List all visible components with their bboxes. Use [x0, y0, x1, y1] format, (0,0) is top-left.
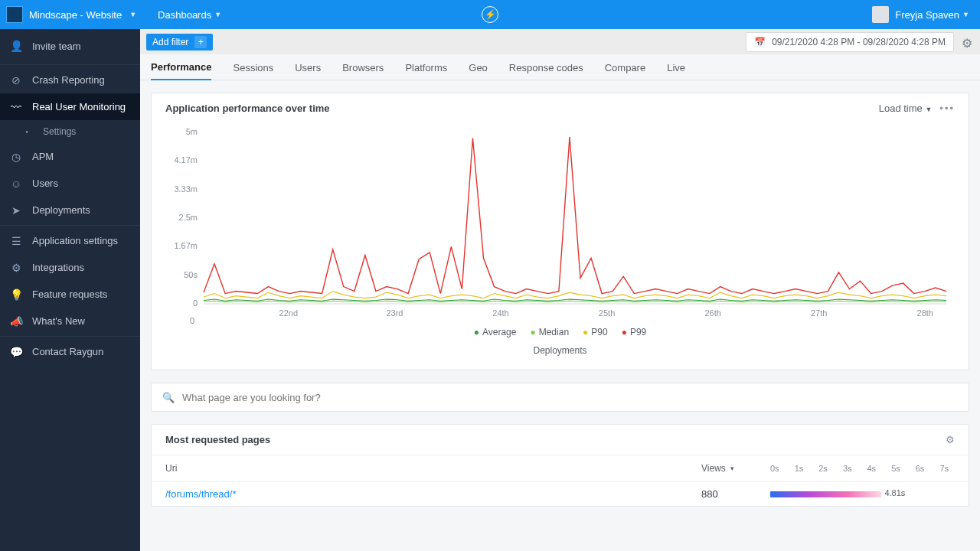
- legend-median: Median: [530, 327, 569, 337]
- page-search[interactable]: 🔍: [151, 383, 969, 412]
- megaphone-icon: 📣: [9, 315, 23, 328]
- legend-average: Average: [474, 327, 517, 337]
- tab-bar: Performance Sessions Users Browsers Plat…: [140, 54, 980, 80]
- chat-icon: 💬: [9, 345, 23, 359]
- sidebar-item-label: Integrations: [32, 262, 84, 273]
- sidebar-item-rum[interactable]: 〰Real User Monitoring: [0, 93, 140, 120]
- tab-sessions[interactable]: Sessions: [233, 62, 273, 80]
- svg-text:1.67m: 1.67m: [174, 241, 198, 250]
- svg-text:25th: 25th: [599, 308, 615, 318]
- col-views[interactable]: Views▾: [701, 463, 770, 474]
- tab-performance[interactable]: Performance: [151, 61, 211, 80]
- row-uri[interactable]: /forums/thread/*: [165, 488, 701, 500]
- sidebar-item-rum-settings[interactable]: ●Settings: [0, 120, 140, 143]
- tab-users[interactable]: Users: [295, 62, 321, 80]
- users-icon: ☺: [9, 177, 23, 191]
- pulse-icon: 〰: [9, 100, 23, 114]
- sidebar-item-deployments[interactable]: ➤Deployments: [0, 197, 140, 223]
- gauge-icon: ◷: [9, 150, 23, 164]
- svg-text:5m: 5m: [186, 127, 198, 136]
- time-scale: 0s1s2s3s4s5s6s7s: [770, 464, 955, 473]
- chart-legend: Average Median P90 P99: [165, 327, 955, 337]
- settings-gear-icon[interactable]: ⚙: [962, 36, 974, 48]
- bulb-icon: 💡: [9, 288, 23, 302]
- user-menu[interactable]: Freyja Spaven ▼: [872, 6, 980, 23]
- row-time-label: 4.81s: [884, 488, 905, 497]
- svg-text:3.33m: 3.33m: [174, 184, 198, 194]
- caret-down-icon: ▼: [959, 11, 969, 18]
- sidebar-item-label: Users: [32, 178, 58, 189]
- sidebar-item-label: Invite team: [32, 41, 81, 52]
- tab-platforms[interactable]: Platforms: [405, 62, 447, 80]
- sidebar-item-crash[interactable]: ⊘Crash Reporting: [0, 67, 140, 93]
- row-views: 880: [701, 488, 770, 500]
- deployments-label: Deployments: [165, 345, 955, 356]
- table-row[interactable]: /forums/thread/* 880 4.81s: [152, 481, 969, 506]
- col-uri[interactable]: Uri: [165, 463, 701, 474]
- tab-compare[interactable]: Compare: [605, 62, 645, 80]
- tab-live[interactable]: Live: [667, 62, 685, 80]
- svg-text:22nd: 22nd: [279, 308, 298, 318]
- sidebar-item-invite[interactable]: 👤Invite team: [0, 29, 140, 63]
- caret-down-icon: ▼: [211, 11, 221, 18]
- filter-bar: Add filter + 📅 09/21/2020 4:28 PM - 09/2…: [140, 29, 980, 54]
- sidebar-item-users[interactable]: ☺Users: [0, 170, 140, 197]
- app-selector[interactable]: Mindscape - Website: [29, 9, 126, 21]
- sidebar-item-label: Settings: [43, 126, 76, 137]
- card-menu-icon[interactable]: •••: [939, 103, 955, 114]
- sidebar-item-label: Deployments: [32, 204, 90, 216]
- sidebar-item-label: APM: [32, 151, 54, 162]
- chart-card: Application performance over time Load t…: [151, 93, 969, 370]
- date-range-picker[interactable]: 📅 09/21/2020 4:28 PM - 09/28/2020 4:28 P…: [746, 32, 954, 52]
- svg-text:28th: 28th: [917, 308, 933, 318]
- sidebar-item-contact[interactable]: 💬Contact Raygun: [0, 338, 140, 365]
- svg-text:26th: 26th: [704, 308, 720, 318]
- sidebar-item-label: Contact Raygun: [32, 346, 103, 357]
- tab-response-codes[interactable]: Response codes: [509, 62, 583, 80]
- invite-icon: 👤: [9, 39, 23, 53]
- performance-chart: 050s1.67m2.5m3.33m4.17m5m 22nd23rd24th25…: [165, 126, 951, 318]
- rocket-icon: ➤: [9, 204, 23, 217]
- pages-card-title: Most requested pages: [165, 434, 270, 445]
- bug-icon: ⊘: [9, 73, 23, 87]
- sidebar-item-label: Crash Reporting: [32, 74, 105, 86]
- table-header: Uri Views▾ 0s1s2s3s4s5s6s7s: [152, 455, 969, 481]
- top-bar: Mindscape - Website ▼ Dashboards ▼ ⚡ Fre…: [0, 0, 980, 29]
- add-filter-button[interactable]: Add filter +: [146, 34, 213, 51]
- sidebar: 👤Invite team ⊘Crash Reporting 〰Real User…: [0, 29, 140, 551]
- svg-text:50s: 50s: [184, 270, 198, 279]
- sidebar-item-appsettings[interactable]: ☰Application settings: [0, 227, 140, 254]
- svg-text:27th: 27th: [811, 308, 827, 318]
- sidebar-item-whatsnew[interactable]: 📣What's New: [0, 308, 140, 334]
- dot-icon: ●: [20, 125, 34, 139]
- sidebar-item-label: Application settings: [32, 235, 118, 246]
- plus-icon: +: [194, 36, 207, 48]
- bolt-icon[interactable]: ⚡: [482, 6, 498, 23]
- add-filter-label: Add filter: [152, 37, 188, 47]
- svg-text:24th: 24th: [492, 308, 508, 318]
- legend-p90: P90: [583, 327, 608, 337]
- svg-text:0: 0: [193, 298, 198, 308]
- metric-selector[interactable]: Load time ▼: [879, 103, 933, 114]
- pages-card: Most requested pages ⚙ Uri Views▾ 0s1s2s…: [151, 424, 969, 507]
- card-settings-icon[interactable]: ⚙: [946, 434, 955, 445]
- calendar-icon: 📅: [754, 37, 766, 47]
- svg-text:23rd: 23rd: [386, 308, 403, 318]
- search-input[interactable]: [182, 392, 958, 403]
- app-logo: [6, 6, 23, 23]
- sidebar-item-label: Feature requests: [32, 289, 107, 300]
- svg-text:2.5m: 2.5m: [179, 213, 198, 222]
- sidebar-item-integrations[interactable]: ⚙Integrations: [0, 254, 140, 281]
- sidebar-item-label: What's New: [32, 315, 85, 327]
- svg-text:4.17m: 4.17m: [174, 155, 198, 165]
- tab-browsers[interactable]: Browsers: [342, 62, 384, 80]
- date-range-text: 09/21/2020 4:28 PM - 09/28/2020 4:28 PM: [772, 37, 946, 47]
- gear-icon: ⚙: [9, 261, 23, 275]
- sidebar-item-apm[interactable]: ◷APM: [0, 143, 140, 170]
- dashboards-menu[interactable]: Dashboards: [158, 9, 211, 21]
- sidebar-item-feature[interactable]: 💡Feature requests: [0, 281, 140, 308]
- main-content: Add filter + 📅 09/21/2020 4:28 PM - 09/2…: [140, 29, 980, 551]
- tab-geo[interactable]: Geo: [469, 62, 488, 80]
- caret-down-icon: ▼: [126, 11, 136, 18]
- search-icon: 🔍: [162, 392, 175, 403]
